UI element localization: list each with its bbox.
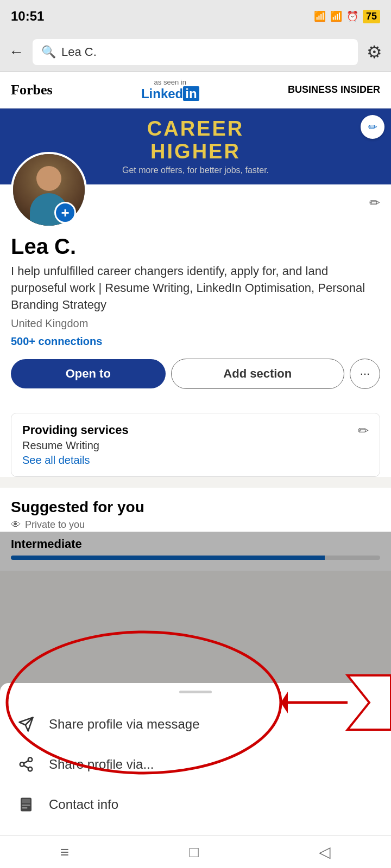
send-icon <box>16 716 36 732</box>
search-field[interactable]: 🔍 Lea C. <box>33 39 358 65</box>
services-link[interactable]: See all details <box>22 454 129 467</box>
action-buttons: Open to Add section ··· <box>11 359 380 389</box>
share-message-label: Share profile via message <box>49 717 199 732</box>
svg-rect-8 <box>22 799 30 803</box>
alarm-icon: ⏰ <box>346 10 358 22</box>
profile-edit-button[interactable]: ✏ <box>369 195 380 210</box>
back-button[interactable]: ← <box>9 43 24 61</box>
contact-icon <box>16 796 36 813</box>
profile-connections[interactable]: 500+ connections <box>11 335 380 348</box>
as-seen-in-label: as seen in <box>154 78 186 86</box>
signal-icon: 📶 <box>314 10 326 22</box>
profile-edit-icon: ✏ <box>369 195 380 210</box>
search-icon: 🔍 <box>41 45 56 59</box>
status-icons: 📶 📶 ⏰ 75 <box>314 10 380 23</box>
privacy-label: Private to you <box>25 519 85 531</box>
svg-line-6 <box>24 761 29 763</box>
services-edit-button[interactable]: ✏ <box>358 423 369 438</box>
settings-button[interactable]: ⚙ <box>367 42 382 62</box>
profile-location: United Kingdom <box>11 317 380 330</box>
bottom-sheet-handle <box>179 691 212 693</box>
cover-edit-icon: ✏ <box>368 120 377 133</box>
ad-banner: Forbes as seen in Linkedin BUSINESS INSI… <box>0 72 391 108</box>
avatar-add-button[interactable]: + <box>54 202 76 224</box>
forbes-logo: Forbes <box>11 82 53 98</box>
share-via-label: Share profile via... <box>49 757 154 772</box>
contact-info-item[interactable]: Contact info <box>0 784 391 825</box>
avatar <box>11 152 87 228</box>
status-time: 10:51 <box>11 9 44 24</box>
open-to-button[interactable]: Open to <box>11 359 166 388</box>
add-section-button[interactable]: Add section <box>171 359 344 389</box>
svg-rect-9 <box>22 805 30 806</box>
avatar-head <box>36 166 61 191</box>
share-via-item[interactable]: Share profile via... <box>0 744 391 784</box>
profile-section: CAREER HIGHER Get more offers, for bette… <box>0 108 391 477</box>
suggested-privacy: 👁 Private to you <box>11 519 380 531</box>
status-bar: 10:51 📶 📶 ⏰ 75 <box>0 0 391 33</box>
nav-home-icon[interactable]: □ <box>190 844 199 861</box>
bottom-sheet: Share profile via message Share profile … <box>0 683 391 835</box>
services-content: Providing services Resume Writing See al… <box>22 423 129 467</box>
services-card: Providing services Resume Writing See al… <box>11 413 380 477</box>
battery-level: 75 <box>363 10 380 23</box>
profile-headline: I help unfulfilled career changers ident… <box>11 263 380 313</box>
nav-menu-icon[interactable]: ≡ <box>60 844 69 861</box>
eye-icon: 👁 <box>11 519 21 531</box>
search-query: Lea C. <box>61 45 97 59</box>
linkedin-badge: as seen in Linkedin <box>141 78 199 101</box>
profile-info: Lea C. I help unfulfilled career changer… <box>0 234 391 409</box>
svg-rect-10 <box>22 807 28 809</box>
services-item: Resume Writing <box>22 439 129 452</box>
more-options-button[interactable]: ··· <box>350 359 380 389</box>
contact-info-label: Contact info <box>49 797 118 812</box>
services-title: Providing services <box>22 423 129 437</box>
share-message-item[interactable]: Share profile via message <box>0 704 391 744</box>
linkedin-in: in <box>183 86 199 101</box>
business-insider-logo: BUSINESS INSIDER <box>288 84 380 96</box>
avatar-area: + ✏ <box>0 152 391 228</box>
nav-back-icon[interactable]: ◁ <box>319 843 331 861</box>
nav-bar: ≡ □ ◁ <box>0 835 391 868</box>
profile-name: Lea C. <box>11 234 380 259</box>
linkedin-logo: Linkedin <box>141 86 199 101</box>
wifi-icon: 📶 <box>330 10 342 22</box>
suggested-title: Suggested for you <box>11 499 380 516</box>
search-bar: ← 🔍 Lea C. ⚙ <box>0 33 391 72</box>
svg-line-5 <box>24 765 29 768</box>
share-icon <box>16 756 36 773</box>
career-title-line1: CAREER <box>122 118 269 141</box>
cover-edit-button[interactable]: ✏ <box>361 115 384 139</box>
